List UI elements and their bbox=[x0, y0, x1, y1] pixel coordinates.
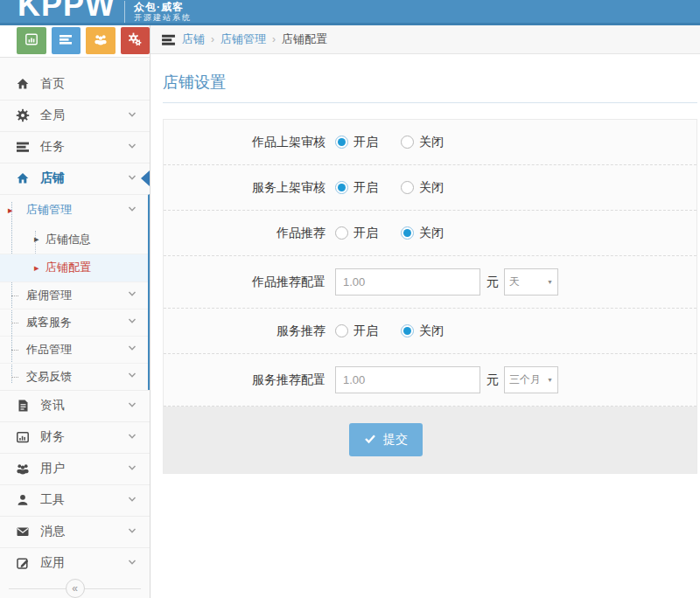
home-icon bbox=[16, 171, 30, 185]
submenu-item-works-manage[interactable]: 作品管理 bbox=[0, 336, 148, 363]
logo: KPPW bbox=[18, 0, 116, 21]
works-recommend-period-select[interactable]: 天 ▼ bbox=[504, 268, 558, 296]
sidebar-item-news[interactable]: 资讯 bbox=[0, 390, 150, 421]
submenu-item-shop-manage[interactable]: ▸ 店铺管理 bbox=[0, 195, 148, 226]
radio-unchecked[interactable] bbox=[401, 136, 414, 149]
submenu-item-hire-manage[interactable]: 雇佣管理 bbox=[0, 282, 148, 309]
admin-page: KPPW 众包·威客 开源建站系统 bbox=[0, 0, 700, 598]
person-icon bbox=[16, 493, 30, 507]
breadcrumb-current: 店铺配置 bbox=[282, 31, 327, 47]
bar-chart-icon bbox=[24, 32, 38, 50]
radio-unchecked[interactable] bbox=[335, 324, 348, 337]
radio-checked[interactable] bbox=[335, 181, 348, 194]
field-label: 作品推荐配置 bbox=[164, 275, 335, 290]
radio-option-off[interactable]: 关闭 bbox=[401, 323, 444, 339]
radio-option-on[interactable]: 开启 bbox=[335, 135, 378, 150]
submenu-arrow-icon: ▸ bbox=[8, 205, 13, 216]
home-icon bbox=[16, 77, 30, 91]
radio-option-on[interactable]: 开启 bbox=[335, 323, 378, 339]
form-submit-row: 提交 bbox=[164, 407, 696, 473]
sidebar-item-home[interactable]: 首页 bbox=[0, 68, 150, 100]
sidebar-collapse-bar: « bbox=[0, 579, 150, 598]
form-row-service-recommend: 服务推荐 开启 关闭 bbox=[164, 309, 696, 354]
sidebar-item-label: 应用 bbox=[40, 555, 65, 571]
submenu-arrow-icon: ▸ bbox=[34, 233, 39, 245]
sidebar-item-users[interactable]: 用户 bbox=[0, 453, 150, 484]
sidebar-item-label: 消息 bbox=[40, 524, 65, 539]
submenu-item-label: 店铺信息 bbox=[46, 232, 91, 247]
sidebar-item-global[interactable]: 全局 bbox=[0, 100, 150, 131]
works-recommend-price-input[interactable] bbox=[335, 268, 480, 296]
radio-checked[interactable] bbox=[335, 136, 348, 149]
field-label: 作品上架审核 bbox=[164, 135, 335, 150]
sidebar-item-messages[interactable]: 消息 bbox=[0, 516, 150, 547]
submenu-item-label: 作品管理 bbox=[26, 342, 72, 358]
radio-option-off[interactable]: 关闭 bbox=[401, 226, 444, 241]
radio-option-on[interactable]: 开启 bbox=[335, 226, 378, 241]
shop-settings-form: 作品上架审核 开启 关闭 服务上架审核 开启 关闭 bbox=[163, 119, 697, 474]
sidebar-item-shop[interactable]: 店铺 bbox=[0, 163, 150, 194]
breadcrumb: 店铺 › 店铺管理 › 店铺配置 bbox=[150, 25, 700, 54]
radio-checked[interactable] bbox=[401, 324, 414, 337]
radio-label: 开启 bbox=[354, 135, 378, 150]
submenu-item-witkey-service[interactable]: 威客服务 bbox=[0, 309, 148, 336]
submit-button[interactable]: 提交 bbox=[349, 423, 423, 456]
chevron-down-icon bbox=[127, 171, 137, 185]
brand-line1: 众包·威客 bbox=[134, 1, 192, 13]
collapse-sidebar-button[interactable]: « bbox=[66, 579, 85, 598]
sidebar-item-label: 资讯 bbox=[40, 398, 65, 414]
radio-option-on[interactable]: 开启 bbox=[335, 180, 378, 196]
sidebar-item-tasks[interactable]: 任务 bbox=[0, 131, 150, 163]
submenu-item-shop-config[interactable]: ▸ 店铺配置 bbox=[0, 254, 148, 282]
sidebar-item-label: 用户 bbox=[40, 461, 65, 476]
gears-icon bbox=[128, 32, 142, 50]
radio-checked[interactable] bbox=[401, 226, 414, 240]
form-row-works-recommend: 作品推荐 开启 关闭 bbox=[164, 211, 696, 256]
chevron-down-icon bbox=[127, 343, 137, 356]
radio-label: 关闭 bbox=[419, 135, 444, 150]
chart-icon bbox=[16, 430, 30, 444]
submenu-item-label: 雇佣管理 bbox=[26, 288, 72, 303]
sidebar-item-tools[interactable]: 工具 bbox=[0, 484, 150, 516]
submenu-item-label: 交易反馈 bbox=[26, 369, 72, 385]
radio-option-off[interactable]: 关闭 bbox=[401, 180, 444, 196]
radio-unchecked[interactable] bbox=[335, 226, 348, 240]
submit-label: 提交 bbox=[383, 432, 408, 448]
service-recommend-price-input[interactable] bbox=[335, 366, 480, 393]
breadcrumb-separator: › bbox=[211, 33, 214, 45]
settings-quick-button[interactable] bbox=[121, 27, 150, 54]
submenu-item-trade-feedback[interactable]: 交易反馈 bbox=[0, 363, 148, 390]
submenu-item-shop-info[interactable]: ▸ 店铺信息 bbox=[0, 226, 148, 254]
caret-down-icon: ▼ bbox=[547, 279, 553, 285]
radio-option-off[interactable]: 关闭 bbox=[401, 135, 444, 150]
breadcrumb-link-shop[interactable]: 店铺 bbox=[182, 31, 205, 47]
unit-label: 元 bbox=[486, 372, 499, 388]
sidebar-item-finance[interactable]: 财务 bbox=[0, 421, 150, 453]
users-icon bbox=[16, 462, 30, 476]
chevron-down-icon bbox=[127, 493, 137, 507]
service-recommend-period-select[interactable]: 三个月 ▼ bbox=[504, 366, 558, 393]
radio-label: 开启 bbox=[354, 226, 378, 241]
users-quick-button[interactable] bbox=[86, 27, 116, 54]
brand-text: 众包·威客 开源建站系统 bbox=[124, 1, 192, 23]
stats-quick-button[interactable] bbox=[17, 27, 46, 54]
sidebar: 首页 全局 任务 店铺 bbox=[0, 25, 150, 598]
form-row-works-review: 作品上架审核 开启 关闭 bbox=[164, 120, 696, 165]
breadcrumb-link-shop-manage[interactable]: 店铺管理 bbox=[220, 31, 266, 47]
chevron-down-icon bbox=[127, 204, 137, 217]
chevron-down-icon bbox=[127, 399, 137, 413]
sidebar-item-label: 店铺 bbox=[40, 170, 65, 186]
top-header: KPPW 众包·威客 开源建站系统 bbox=[0, 0, 700, 25]
submenu-item-label: 店铺配置 bbox=[46, 260, 91, 275]
chevron-down-icon bbox=[127, 289, 137, 302]
gear-icon bbox=[16, 108, 30, 122]
sidebar-item-apps[interactable]: 应用 bbox=[0, 547, 150, 579]
field-label: 服务上架审核 bbox=[164, 180, 335, 196]
radio-label: 关闭 bbox=[419, 323, 444, 339]
tasks-quick-button[interactable] bbox=[52, 27, 81, 54]
submenu-item-label: 威客服务 bbox=[26, 315, 72, 330]
chevron-down-icon bbox=[127, 525, 137, 539]
radio-unchecked[interactable] bbox=[401, 181, 414, 194]
chevron-down-icon bbox=[127, 140, 137, 154]
edit-icon bbox=[16, 556, 30, 570]
